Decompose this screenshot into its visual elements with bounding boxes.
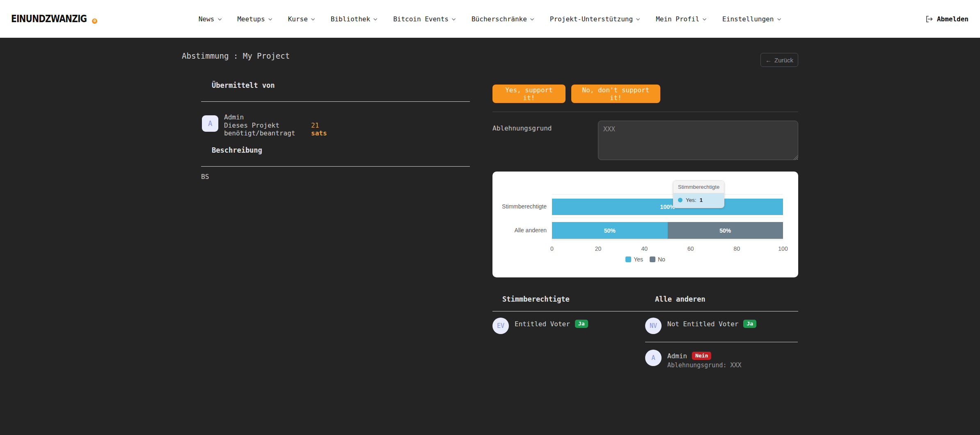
chart-plot-area: 100% 50% 50% xyxy=(552,194,783,240)
bar-value-label: 50% xyxy=(719,227,731,234)
entitled-heading: Stimmberechtigte xyxy=(492,294,645,304)
submitted-section: Übermittelt von A Admin Dieses Projekt b… xyxy=(201,80,470,91)
vote-badge: Ja xyxy=(575,320,588,328)
reason-label: Ablehnungsgrund xyxy=(492,124,552,133)
bar-segment-no[interactable]: 50% xyxy=(668,222,783,239)
back-arrow-icon: ← xyxy=(765,57,772,64)
project-line-1: Dieses Projekt xyxy=(224,121,295,130)
nav-item-label: Mein Profil xyxy=(656,15,699,23)
main-nav: News Meetups Kurse Bibliothek Bitcoin Ev… xyxy=(199,0,782,38)
nav-item-label: Meetups xyxy=(237,15,265,23)
vote-result-chart-card: Stimmberechtigte Alle anderen 100% 50% 5… xyxy=(492,172,798,277)
avatar: NV xyxy=(645,318,662,334)
chevron-down-icon xyxy=(373,17,378,22)
main-content: Abstimmung : My Project ← Zurück Übermit… xyxy=(0,38,980,435)
submitter-name: Admin xyxy=(224,113,295,121)
chart-category-label: Alle anderen xyxy=(492,227,547,234)
chevron-down-icon xyxy=(311,17,316,22)
logo[interactable]: EINUNDZWANZIG 0 xyxy=(11,0,97,38)
chevron-down-icon xyxy=(530,17,535,22)
bar-segment-yes[interactable]: 50% xyxy=(552,222,668,239)
logo-text: EINUNDZWANZIG xyxy=(11,13,87,25)
chart-gridline xyxy=(552,218,783,218)
logout-label: Abmelden xyxy=(937,15,969,23)
voter-info: Not Entitled Voter Ja xyxy=(667,318,756,334)
entitled-list: EV Entitled Voter Ja xyxy=(492,318,645,369)
top-navbar: EINUNDZWANZIG 0 News Meetups Kurse Bibli… xyxy=(0,0,980,38)
x-tick: 100 xyxy=(778,245,788,252)
divider xyxy=(645,342,798,342)
chart-tooltip: Stimmberechtigte Yes: 1 xyxy=(673,181,724,208)
legend-label: Yes xyxy=(634,256,643,263)
avatar: A xyxy=(202,115,218,132)
bar-stimmberechtigte-yes[interactable]: 100% xyxy=(552,199,783,215)
voters-headings: Stimmberechtigte Alle anderen xyxy=(492,289,798,304)
nav-item-kurse[interactable]: Kurse xyxy=(288,15,316,23)
description-body: BS xyxy=(201,173,209,181)
legend-item-yes[interactable]: Yes xyxy=(625,256,643,263)
nav-item-news[interactable]: News xyxy=(199,15,222,23)
chevron-down-icon xyxy=(776,17,781,22)
bar-alle-anderen[interactable]: 50% 50% xyxy=(552,222,783,239)
tooltip-series-dot xyxy=(678,198,682,202)
tooltip-title: Stimmberechtigte xyxy=(673,181,724,193)
legend-item-no[interactable]: No xyxy=(650,256,665,263)
avatar-initial: EV xyxy=(497,322,504,330)
legend-swatch-yes xyxy=(625,256,631,262)
x-tick: 20 xyxy=(595,245,602,252)
chevron-down-icon xyxy=(268,17,273,22)
avatar-initial: NV xyxy=(650,322,657,330)
nav-item-einstellungen[interactable]: Einstellungen xyxy=(722,15,781,23)
divider xyxy=(492,311,798,311)
nav-item-label: Bitcoin Events xyxy=(393,15,449,23)
voter-info: Admin Nein Ablehnungsgrund: XXX xyxy=(667,350,742,369)
nav-item-bitcoin-events[interactable]: Bitcoin Events xyxy=(393,15,456,23)
divider xyxy=(201,166,470,167)
list-item: A Admin Nein Ablehnungsgrund: XXX xyxy=(645,350,798,369)
x-tick: 80 xyxy=(734,245,740,252)
voters-section: Stimmberechtigte Alle anderen EV Entitle… xyxy=(492,289,798,304)
bar-value-label: 50% xyxy=(604,227,616,234)
chevron-down-icon xyxy=(451,17,456,22)
nav-item-label: Kurse xyxy=(288,15,308,23)
x-tick: 40 xyxy=(641,245,648,252)
vote-badge: Ja xyxy=(743,320,756,328)
back-button[interactable]: ← Zurück xyxy=(760,53,798,67)
description-heading: Beschreibung xyxy=(201,145,470,156)
chart-x-axis: 0 20 40 60 80 100 xyxy=(552,245,783,252)
tooltip-body: Yes: 1 xyxy=(673,193,724,208)
voter-info: Entitled Voter Ja xyxy=(515,318,588,334)
logout-button[interactable]: Abmelden xyxy=(925,0,969,38)
nav-item-label: Bücherschränke xyxy=(472,15,527,23)
nav-item-label: Einstellungen xyxy=(722,15,774,23)
submitter-text: Admin Dieses Projekt benötigt/beantragt xyxy=(224,113,295,137)
legend-label: No xyxy=(658,256,665,263)
voters-columns: EV Entitled Voter Ja NV xyxy=(492,318,798,369)
chevron-down-icon xyxy=(636,17,641,22)
nav-item-label: News xyxy=(199,15,215,23)
page-title: Abstimmung : My Project xyxy=(182,51,290,60)
voter-name: Not Entitled Voter xyxy=(667,320,738,328)
list-item: NV Not Entitled Voter Ja xyxy=(645,318,798,334)
nav-item-projekt-unterstuetzung[interactable]: Projekt-Unterstützung xyxy=(550,15,641,23)
amount-unit: sats xyxy=(311,129,327,137)
chevron-down-icon xyxy=(217,17,222,22)
submitted-heading: Übermittelt von xyxy=(201,80,470,91)
others-list: NV Not Entitled Voter Ja A xyxy=(645,318,798,369)
vote-badge: Nein xyxy=(692,352,711,360)
amount-value: 21 xyxy=(311,121,327,130)
tooltip-item-value: 1 xyxy=(700,197,703,203)
nav-item-meetups[interactable]: Meetups xyxy=(237,15,272,23)
nav-item-buecherschraenke[interactable]: Bücherschränke xyxy=(472,15,535,23)
reason-textarea[interactable] xyxy=(598,121,798,160)
vote-yes-button[interactable]: Yes, support it! xyxy=(492,85,566,103)
list-item: EV Entitled Voter Ja xyxy=(492,318,645,334)
avatar: A xyxy=(645,350,662,366)
avatar: EV xyxy=(492,318,509,334)
nav-item-bibliothek[interactable]: Bibliothek xyxy=(331,15,378,23)
vote-no-button[interactable]: No, don't support it! xyxy=(571,85,660,103)
amount-block: 21 sats xyxy=(311,113,327,137)
nav-item-mein-profil[interactable]: Mein Profil xyxy=(656,15,707,23)
nav-item-label: Projekt-Unterstützung xyxy=(550,15,633,23)
project-line-2: benötigt/beantragt xyxy=(224,129,295,137)
